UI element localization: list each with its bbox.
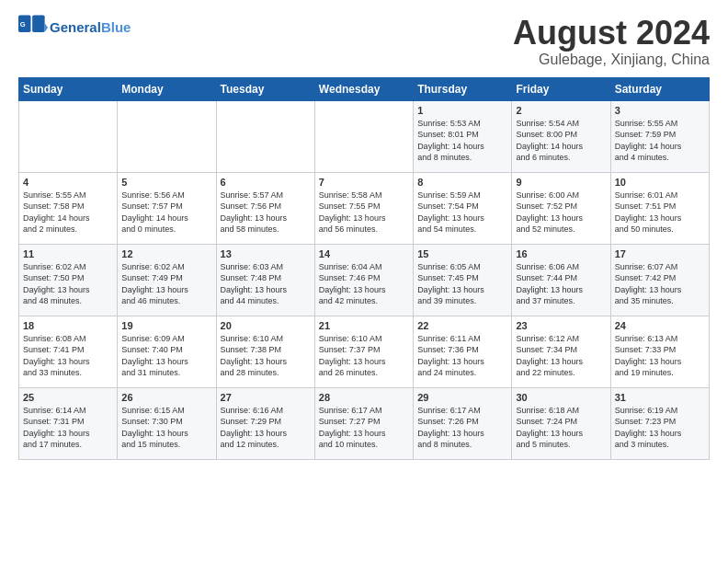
- day-cell: 13Sunrise: 6:03 AM Sunset: 7:48 PM Dayli…: [216, 244, 314, 316]
- day-cell: 18Sunrise: 6:08 AM Sunset: 7:41 PM Dayli…: [19, 316, 118, 387]
- day-number: 17: [615, 248, 705, 259]
- day-number: 3: [615, 105, 705, 116]
- day-cell: 15Sunrise: 6:05 AM Sunset: 7:45 PM Dayli…: [414, 244, 512, 316]
- subtitle: Gulebage, Xinjiang, China: [513, 52, 710, 68]
- day-cell: 21Sunrise: 6:10 AM Sunset: 7:37 PM Dayli…: [314, 316, 413, 387]
- day-number: 12: [121, 248, 211, 259]
- day-number: 1: [417, 105, 507, 116]
- column-header-saturday: Saturday: [610, 77, 709, 100]
- day-cell: 11Sunrise: 6:02 AM Sunset: 7:50 PM Dayli…: [19, 244, 118, 316]
- day-info: Sunrise: 6:17 AM Sunset: 7:27 PM Dayligh…: [319, 405, 409, 451]
- day-number: 9: [516, 177, 606, 188]
- day-number: 10: [615, 177, 705, 188]
- day-number: 27: [221, 392, 311, 403]
- day-info: Sunrise: 5:59 AM Sunset: 7:54 PM Dayligh…: [417, 190, 507, 236]
- day-number: 11: [23, 248, 113, 259]
- header: G GeneralBlue August 2024 Gulebage, Xinj…: [18, 15, 710, 68]
- day-cell: 5Sunrise: 5:56 AM Sunset: 7:57 PM Daylig…: [118, 172, 216, 244]
- day-cell: 19Sunrise: 6:09 AM Sunset: 7:40 PM Dayli…: [118, 316, 216, 387]
- day-cell: 31Sunrise: 6:19 AM Sunset: 7:23 PM Dayli…: [610, 387, 709, 459]
- day-info: Sunrise: 6:06 AM Sunset: 7:44 PM Dayligh…: [516, 261, 606, 307]
- day-number: 24: [615, 320, 705, 331]
- column-header-friday: Friday: [512, 77, 610, 100]
- day-number: 15: [417, 248, 507, 259]
- day-cell: [216, 100, 314, 172]
- week-row-1: 1Sunrise: 5:53 AM Sunset: 8:01 PM Daylig…: [19, 100, 710, 172]
- day-cell: 30Sunrise: 6:18 AM Sunset: 7:24 PM Dayli…: [512, 387, 610, 459]
- day-cell: 7Sunrise: 5:58 AM Sunset: 7:55 PM Daylig…: [314, 172, 413, 244]
- day-cell: 22Sunrise: 6:11 AM Sunset: 7:36 PM Dayli…: [414, 316, 512, 387]
- day-info: Sunrise: 5:57 AM Sunset: 7:56 PM Dayligh…: [221, 190, 311, 236]
- day-number: 4: [23, 177, 113, 188]
- day-cell: [19, 100, 118, 172]
- day-info: Sunrise: 6:02 AM Sunset: 7:50 PM Dayligh…: [23, 261, 113, 307]
- week-row-3: 11Sunrise: 6:02 AM Sunset: 7:50 PM Dayli…: [19, 244, 710, 316]
- day-cell: 27Sunrise: 6:16 AM Sunset: 7:29 PM Dayli…: [216, 387, 314, 459]
- day-info: Sunrise: 6:14 AM Sunset: 7:31 PM Dayligh…: [23, 405, 113, 451]
- day-info: Sunrise: 6:05 AM Sunset: 7:45 PM Dayligh…: [417, 261, 507, 307]
- day-number: 14: [319, 248, 409, 259]
- main-title: August 2024: [513, 15, 710, 52]
- day-cell: 8Sunrise: 5:59 AM Sunset: 7:54 PM Daylig…: [414, 172, 512, 244]
- calendar-table: SundayMondayTuesdayWednesdayThursdayFrid…: [18, 77, 710, 460]
- day-cell: 1Sunrise: 5:53 AM Sunset: 8:01 PM Daylig…: [414, 100, 512, 172]
- day-number: 19: [121, 320, 211, 331]
- day-info: Sunrise: 6:18 AM Sunset: 7:24 PM Dayligh…: [516, 405, 606, 451]
- logo-icon: G: [18, 15, 48, 40]
- day-number: 29: [417, 392, 507, 403]
- day-info: Sunrise: 5:53 AM Sunset: 8:01 PM Dayligh…: [417, 118, 507, 164]
- day-cell: 16Sunrise: 6:06 AM Sunset: 7:44 PM Dayli…: [512, 244, 610, 316]
- day-info: Sunrise: 6:03 AM Sunset: 7:48 PM Dayligh…: [221, 261, 311, 307]
- day-number: 25: [23, 392, 113, 403]
- day-number: 6: [221, 177, 311, 188]
- svg-marker-2: [45, 23, 48, 32]
- day-info: Sunrise: 5:58 AM Sunset: 7:55 PM Dayligh…: [319, 190, 409, 236]
- week-row-4: 18Sunrise: 6:08 AM Sunset: 7:41 PM Dayli…: [19, 316, 710, 387]
- day-number: 20: [221, 320, 311, 331]
- title-block: August 2024 Gulebage, Xinjiang, China: [513, 15, 710, 68]
- day-number: 7: [319, 177, 409, 188]
- day-info: Sunrise: 6:13 AM Sunset: 7:33 PM Dayligh…: [615, 333, 705, 379]
- day-number: 13: [221, 248, 311, 259]
- day-number: 16: [516, 248, 606, 259]
- logo-blue: Blue: [101, 19, 131, 35]
- column-header-thursday: Thursday: [414, 77, 512, 100]
- day-cell: 6Sunrise: 5:57 AM Sunset: 7:56 PM Daylig…: [216, 172, 314, 244]
- day-info: Sunrise: 6:11 AM Sunset: 7:36 PM Dayligh…: [417, 333, 507, 379]
- day-number: 26: [121, 392, 211, 403]
- day-info: Sunrise: 6:16 AM Sunset: 7:29 PM Dayligh…: [221, 405, 311, 451]
- day-number: 8: [417, 177, 507, 188]
- column-header-monday: Monday: [118, 77, 216, 100]
- day-cell: 2Sunrise: 5:54 AM Sunset: 8:00 PM Daylig…: [512, 100, 610, 172]
- page: G GeneralBlue August 2024 Gulebage, Xinj…: [0, 0, 728, 469]
- column-header-wednesday: Wednesday: [314, 77, 413, 100]
- day-cell: [314, 100, 413, 172]
- day-number: 2: [516, 105, 606, 116]
- day-info: Sunrise: 6:00 AM Sunset: 7:52 PM Dayligh…: [516, 190, 606, 236]
- day-number: 31: [615, 392, 705, 403]
- column-header-sunday: Sunday: [19, 77, 118, 100]
- day-info: Sunrise: 5:55 AM Sunset: 7:59 PM Dayligh…: [615, 118, 705, 164]
- day-cell: 12Sunrise: 6:02 AM Sunset: 7:49 PM Dayli…: [118, 244, 216, 316]
- day-cell: 9Sunrise: 6:00 AM Sunset: 7:52 PM Daylig…: [512, 172, 610, 244]
- day-info: Sunrise: 6:04 AM Sunset: 7:46 PM Dayligh…: [319, 261, 409, 307]
- logo-general: General: [50, 19, 101, 35]
- day-info: Sunrise: 6:10 AM Sunset: 7:38 PM Dayligh…: [221, 333, 311, 379]
- day-cell: 26Sunrise: 6:15 AM Sunset: 7:30 PM Dayli…: [118, 387, 216, 459]
- day-number: 21: [319, 320, 409, 331]
- column-header-tuesday: Tuesday: [216, 77, 314, 100]
- day-info: Sunrise: 5:55 AM Sunset: 7:58 PM Dayligh…: [23, 190, 113, 236]
- day-info: Sunrise: 6:01 AM Sunset: 7:51 PM Dayligh…: [615, 190, 705, 236]
- day-info: Sunrise: 6:19 AM Sunset: 7:23 PM Dayligh…: [615, 405, 705, 451]
- day-cell: 17Sunrise: 6:07 AM Sunset: 7:42 PM Dayli…: [610, 244, 709, 316]
- day-cell: 3Sunrise: 5:55 AM Sunset: 7:59 PM Daylig…: [610, 100, 709, 172]
- calendar-header-row: SundayMondayTuesdayWednesdayThursdayFrid…: [19, 77, 710, 100]
- day-number: 23: [516, 320, 606, 331]
- day-cell: 23Sunrise: 6:12 AM Sunset: 7:34 PM Dayli…: [512, 316, 610, 387]
- day-info: Sunrise: 6:08 AM Sunset: 7:41 PM Dayligh…: [23, 333, 113, 379]
- day-number: 22: [417, 320, 507, 331]
- day-cell: 14Sunrise: 6:04 AM Sunset: 7:46 PM Dayli…: [314, 244, 413, 316]
- day-cell: [118, 100, 216, 172]
- day-number: 28: [319, 392, 409, 403]
- day-number: 30: [516, 392, 606, 403]
